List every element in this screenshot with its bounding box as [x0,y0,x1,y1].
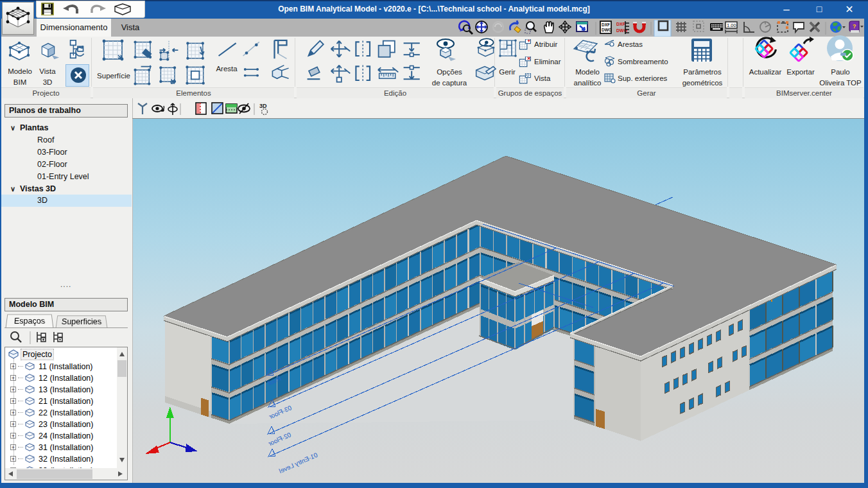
svg-text:DXF: DXF [616,22,626,26]
svg-text:DWG: DWG [616,28,628,33]
svg-text:DXF: DXF [602,22,610,27]
svg-text:1.00: 1.00 [727,22,736,28]
svg-text:?: ? [853,23,856,30]
svg-text:3D: 3D [259,103,267,109]
svg-text:DWG: DWG [602,28,612,32]
